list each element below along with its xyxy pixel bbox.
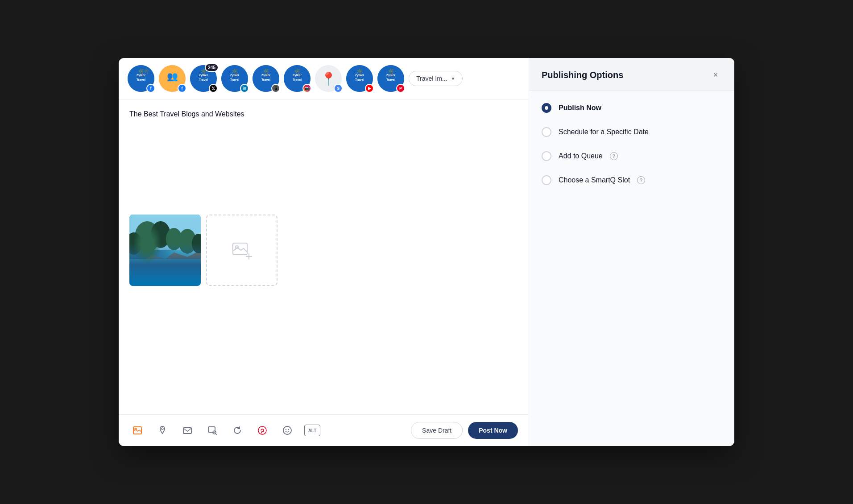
help-icon-queue[interactable]: ? — [610, 152, 618, 160]
svg-text:📍: 📍 — [321, 71, 336, 86]
add-image-icon — [231, 240, 253, 261]
svg-marker-37 — [129, 250, 201, 273]
add-image-placeholder[interactable] — [206, 215, 277, 286]
svg-rect-51 — [183, 428, 191, 434]
svg-point-43 — [129, 232, 142, 255]
image-thumbnail[interactable] — [129, 215, 201, 286]
x-badge: 𝕏 — [209, 84, 218, 93]
fb-badge: f — [146, 84, 155, 93]
svg-point-58 — [288, 429, 289, 430]
modal-container: Zylker Travel 🌴 🌴 f 👥 — [119, 58, 734, 446]
location-icon[interactable] — [154, 422, 170, 438]
close-button[interactable]: × — [709, 69, 722, 81]
option-queue[interactable]: Add to Queue ? — [542, 151, 722, 161]
svg-text:🌴: 🌴 — [356, 68, 364, 76]
option-label-queue: Add to Queue — [559, 152, 603, 160]
left-panel: Zylker Travel 🌴 🌴 f 👥 — [119, 58, 529, 446]
svg-text:Travel: Travel — [137, 78, 145, 81]
radio-schedule[interactable] — [542, 127, 551, 137]
svg-text:Travel: Travel — [199, 78, 208, 81]
options-list: Publish Now Schedule for a Specific Date… — [529, 91, 734, 198]
svg-rect-52 — [208, 427, 215, 432]
toolbar-left: ALT — [129, 422, 320, 438]
save-draft-button[interactable]: Save Draft — [411, 422, 463, 439]
svg-text:Travel: Travel — [386, 78, 395, 81]
svg-text:🌴: 🌴 — [231, 68, 239, 76]
content-area: The Best Travel Blogs and Websites — [119, 99, 529, 414]
post-now-button[interactable]: Post Now — [468, 422, 518, 439]
account-dropdown[interactable]: Travel Im... ▼ — [409, 71, 463, 86]
right-panel: Publishing Options × Publish Now Schedul… — [529, 58, 734, 446]
phone-badge: 📱 — [271, 84, 280, 93]
option-publish-now[interactable]: Publish Now — [542, 103, 722, 113]
p-badge: P — [396, 84, 405, 93]
close-icon: × — [713, 70, 718, 80]
account-avatar-yt[interactable]: Zylker Travel 🌴 ▶ — [346, 65, 373, 92]
radio-publish-now[interactable] — [542, 103, 551, 113]
svg-rect-38 — [129, 259, 201, 286]
svg-rect-40 — [129, 267, 201, 269]
search-image-icon[interactable] — [204, 422, 220, 438]
svg-point-56 — [283, 426, 291, 434]
pinterest-icon[interactable] — [254, 422, 270, 438]
image-icon[interactable] — [129, 422, 145, 438]
svg-text:🌴: 🌴 — [294, 68, 302, 76]
radio-inner-publish-now — [545, 106, 548, 110]
svg-text:🌴: 🌴 — [143, 68, 150, 74]
account-avatar-li[interactable]: Zylker Travel 🌴 in — [221, 65, 248, 92]
ig-badge: 📷 — [302, 84, 311, 93]
panel-header: Publishing Options × — [529, 58, 734, 91]
radio-queue[interactable] — [542, 151, 551, 161]
svg-point-50 — [161, 428, 163, 430]
radio-smartq[interactable] — [542, 175, 551, 185]
images-row — [129, 125, 518, 286]
svg-point-55 — [258, 426, 266, 434]
account-avatar-fb[interactable]: Zylker Travel 🌴 🌴 f — [128, 65, 154, 92]
svg-line-54 — [215, 434, 217, 435]
account-avatar-g[interactable]: 📍 G — [315, 65, 342, 92]
accounts-bar: Zylker Travel 🌴 🌴 f 👥 — [119, 58, 529, 99]
help-icon-smartq[interactable]: ? — [637, 176, 645, 184]
toolbar-right: Save Draft Post Now — [411, 422, 518, 439]
svg-text:👥: 👥 — [167, 71, 178, 82]
svg-text:Travel: Travel — [293, 78, 302, 81]
option-smartq[interactable]: Choose a SmartQ Slot ? — [542, 175, 722, 185]
bottom-toolbar: ALT Save Draft Post Now — [119, 414, 529, 446]
chevron-down-icon: ▼ — [451, 76, 455, 81]
li-badge: in — [240, 84, 249, 93]
refresh-icon[interactable] — [229, 422, 245, 438]
count-badge-x: 245 — [205, 63, 219, 72]
biz-badge: f — [178, 84, 186, 93]
option-label-publish-now: Publish Now — [559, 104, 601, 112]
alt-label: ALT — [308, 428, 317, 433]
emoji-icon[interactable] — [279, 422, 295, 438]
account-avatar-ig[interactable]: Zylker Travel 🌴 📷 — [284, 65, 311, 92]
dropdown-label: Travel Im... — [416, 75, 447, 82]
account-avatar-collab[interactable]: 👥 f — [159, 65, 186, 92]
svg-text:Travel: Travel — [261, 78, 270, 81]
svg-point-34 — [135, 221, 160, 252]
main-layout: Zylker Travel 🌴 🌴 f 👥 — [119, 58, 734, 446]
option-schedule[interactable]: Schedule for a Specific Date — [542, 127, 722, 137]
svg-text:🌴: 🌴 — [262, 68, 270, 76]
post-title: The Best Travel Blogs and Websites — [129, 110, 518, 118]
landscape-photo — [129, 215, 201, 286]
g-badge: G — [334, 84, 343, 93]
yt-badge: ▶ — [365, 84, 374, 93]
svg-text:Travel: Travel — [355, 78, 364, 81]
svg-point-57 — [286, 429, 286, 430]
svg-text:🌴: 🌴 — [387, 68, 395, 76]
email-icon[interactable] — [179, 422, 195, 438]
option-label-schedule: Schedule for a Specific Date — [559, 128, 649, 136]
option-label-smartq: Choose a SmartQ Slot — [559, 176, 630, 184]
account-avatar-p[interactable]: Zylker Travel 🌴 P — [377, 65, 404, 92]
alt-icon[interactable]: ALT — [304, 425, 320, 436]
account-avatar-phone[interactable]: Zylker Travel 🌴 📱 — [253, 65, 279, 92]
account-avatar-x[interactable]: Zylker Travel 🌴 245 𝕏 — [190, 65, 217, 92]
svg-rect-39 — [129, 263, 201, 265]
panel-title: Publishing Options — [542, 70, 623, 80]
svg-text:Travel: Travel — [230, 78, 239, 81]
